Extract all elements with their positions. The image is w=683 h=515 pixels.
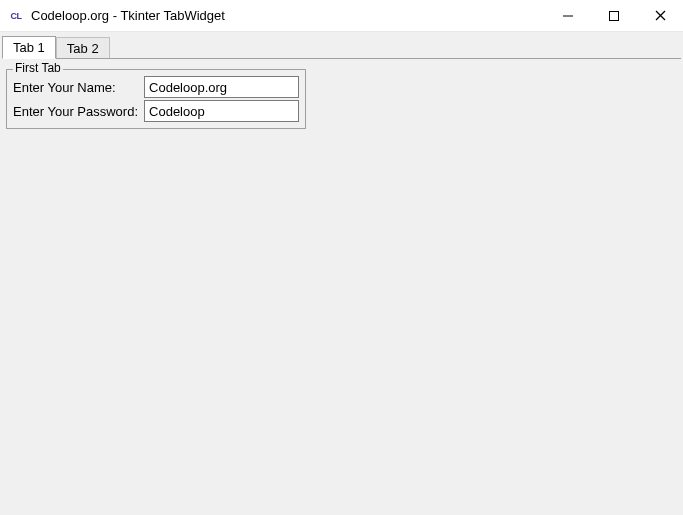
tab-1[interactable]: Tab 1 (2, 36, 56, 59)
tab-widget: Tab 1 Tab 2 First Tab Enter Your Name: E… (2, 34, 681, 133)
form-grid: Enter Your Name: Enter Your Password: (13, 76, 299, 122)
close-button[interactable] (637, 0, 683, 31)
name-input[interactable] (144, 76, 299, 98)
titlebar: CL Codeloop.org - Tkinter TabWidget (0, 0, 683, 32)
window-title: Codeloop.org - Tkinter TabWidget (31, 8, 545, 23)
tab-2[interactable]: Tab 2 (56, 37, 110, 59)
client-area: Tab 1 Tab 2 First Tab Enter Your Name: E… (0, 32, 683, 515)
password-input[interactable] (144, 100, 299, 122)
password-label: Enter Your Password: (13, 104, 140, 119)
minimize-button[interactable] (545, 0, 591, 31)
tab-content: First Tab Enter Your Name: Enter Your Pa… (2, 58, 681, 133)
maximize-button[interactable] (591, 0, 637, 31)
tab-row: Tab 1 Tab 2 (2, 34, 681, 58)
app-icon: CL (8, 8, 24, 24)
window-controls (545, 0, 683, 31)
first-tab-frame: First Tab Enter Your Name: Enter Your Pa… (6, 69, 306, 129)
name-label: Enter Your Name: (13, 80, 140, 95)
svg-rect-1 (610, 11, 619, 20)
frame-title: First Tab (13, 61, 63, 75)
